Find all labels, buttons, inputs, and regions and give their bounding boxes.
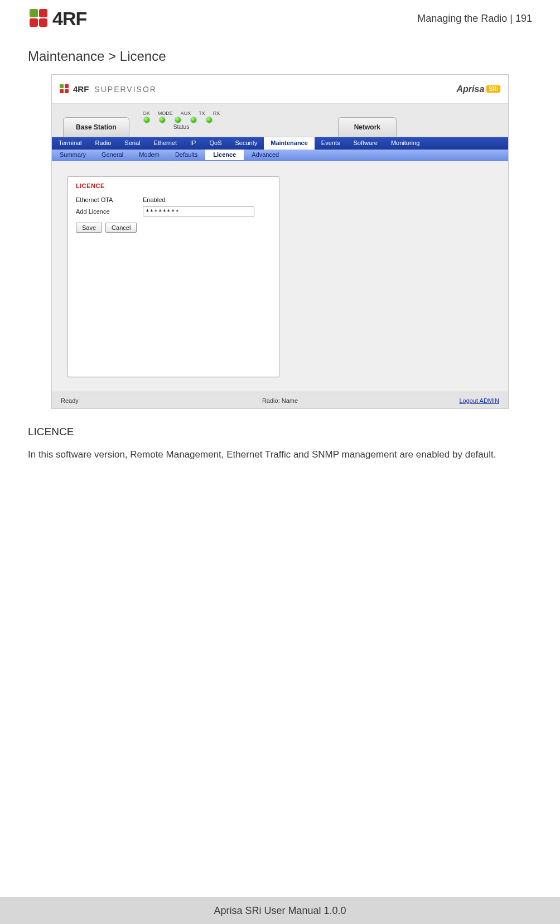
nav-secondary: Summary General Modem Defaults Licence A…: [52, 150, 508, 161]
tab-ip[interactable]: IP: [184, 137, 202, 150]
row-add-licence: Add Licence: [76, 205, 271, 218]
cancel-button[interactable]: Cancel: [105, 223, 137, 233]
tab-maintenance[interactable]: Maintenance: [264, 137, 315, 150]
brand-logo: 4RF: [28, 8, 86, 30]
device-tab-network[interactable]: Network: [338, 117, 397, 137]
tab-terminal[interactable]: Terminal: [52, 137, 89, 150]
status-label: RX: [213, 110, 220, 116]
supervisor-screenshot: 4RF SUPERVISOR Aprisa SRi Base Station O…: [51, 74, 509, 409]
subtab-summary[interactable]: Summary: [52, 150, 94, 160]
statusbar-mid: Radio: Name: [262, 397, 298, 404]
subtab-advanced[interactable]: Advanced: [244, 150, 287, 160]
status-led-rx-icon: [206, 117, 212, 123]
product-badge: SRi: [486, 85, 500, 93]
licence-panel: LICENCE Ethernet OTA Enabled Add Licence…: [67, 176, 279, 377]
row-ethernet-ota: Ethernet OTA Enabled: [76, 195, 271, 205]
nav-primary: Terminal Radio Serial Ethernet IP QoS Se…: [52, 137, 508, 150]
status-label: TX: [199, 110, 205, 116]
product-name-text: Aprisa: [457, 84, 485, 94]
statusbar-left: Ready: [61, 397, 79, 404]
page-header-meta: Managing the Radio | 191: [417, 13, 532, 25]
logout-link[interactable]: Logout ADMIN: [459, 397, 499, 404]
subtab-licence[interactable]: Licence: [205, 150, 244, 160]
label-ethernet-ota: Ethernet OTA: [76, 196, 143, 203]
page-footer: Aprisa SRi User Manual 1.0.0: [0, 897, 560, 924]
tab-events[interactable]: Events: [315, 137, 347, 150]
tab-serial[interactable]: Serial: [118, 137, 147, 150]
status-label: MODE: [158, 110, 173, 116]
save-button[interactable]: Save: [76, 223, 102, 233]
label-add-licence: Add Licence: [76, 208, 143, 215]
tab-ethernet[interactable]: Ethernet: [147, 137, 184, 150]
app-logo: 4RF SUPERVISOR: [60, 84, 157, 94]
app-logo-primary: 4RF: [73, 84, 89, 94]
tab-security[interactable]: Security: [228, 137, 264, 150]
add-licence-input[interactable]: [143, 206, 254, 216]
section-heading: LICENCE: [28, 426, 532, 438]
status-label: OK: [143, 110, 150, 116]
status-led-ok-icon: [144, 117, 149, 123]
value-ethernet-ota: Enabled: [143, 196, 165, 203]
breadcrumb: Maintenance > Licence: [28, 49, 532, 64]
subtab-defaults[interactable]: Defaults: [167, 150, 205, 160]
subtab-general[interactable]: General: [94, 150, 131, 160]
status-caption: Status: [143, 124, 220, 130]
body-paragraph: In this software version, Remote Managem…: [28, 448, 532, 462]
subtab-modem[interactable]: Modem: [131, 150, 167, 160]
app-logo-secondary: SUPERVISOR: [94, 85, 157, 94]
tab-monitoring[interactable]: Monitoring: [384, 137, 426, 150]
product-name: Aprisa SRi: [457, 84, 500, 94]
status-led-tx-icon: [191, 117, 196, 123]
tab-qos[interactable]: QoS: [202, 137, 228, 150]
brand-logo-icon: [28, 9, 48, 29]
panel-title: LICENCE: [76, 182, 271, 189]
tab-radio[interactable]: Radio: [89, 137, 118, 150]
status-block: OK MODE AUX TX RX Status: [143, 104, 220, 137]
tab-software[interactable]: Software: [347, 137, 384, 150]
status-led-mode-icon: [160, 117, 165, 123]
status-label: AUX: [181, 110, 191, 116]
app-logo-icon: [60, 84, 70, 94]
status-led-aux-icon: [175, 117, 181, 123]
device-tab-base-station[interactable]: Base Station: [63, 117, 129, 137]
brand-logo-text: 4RF: [52, 8, 86, 30]
